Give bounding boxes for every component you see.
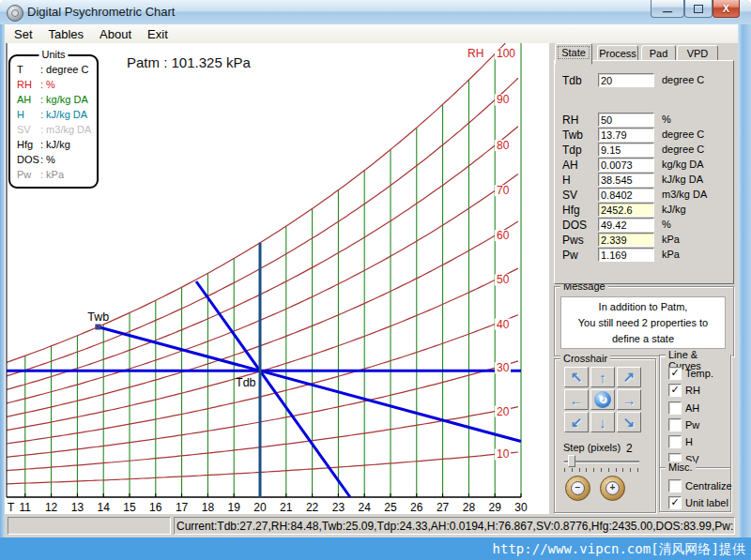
svg-text:27: 27 bbox=[437, 501, 450, 514]
field-input-pw[interactable] bbox=[598, 248, 654, 262]
units-row-unit: : % bbox=[40, 79, 55, 90]
tab-state[interactable]: State bbox=[555, 43, 592, 65]
zoom-in-icon: + bbox=[605, 481, 620, 495]
units-row-unit: : kPa bbox=[40, 169, 64, 180]
slider-tick bbox=[616, 468, 617, 472]
svg-text:21: 21 bbox=[280, 501, 293, 514]
line-curves-checkbox-rh[interactable]: ✓ bbox=[668, 384, 682, 397]
units-legend: Units T: degree CRH: %AH: kg/kg DAH: kJ/… bbox=[8, 54, 99, 189]
line-curves-checkbox-ah[interactable] bbox=[668, 401, 682, 415]
units-row-name: Hfg bbox=[10, 137, 40, 152]
line-curves-checkbox-pw[interactable] bbox=[668, 418, 682, 431]
field-label-ah: AH bbox=[562, 159, 578, 172]
misc-checkbox-centralize[interactable] bbox=[668, 479, 682, 492]
crosshair-group-title: Crosshair bbox=[560, 353, 610, 364]
field-input-ah[interactable] bbox=[598, 158, 654, 172]
maximize-button[interactable] bbox=[684, 0, 713, 18]
watermark-band: http://www.vipcn.com[清风网络]提供 bbox=[0, 537, 751, 560]
field-input-tdp[interactable] bbox=[598, 143, 654, 157]
field-unit-ah: kg/kg DA bbox=[662, 159, 704, 170]
line-curves-label: RH bbox=[685, 385, 700, 396]
pan-right-button[interactable]: → bbox=[617, 389, 641, 410]
menu-item-about[interactable]: About bbox=[93, 24, 138, 41]
units-row-name: AH bbox=[10, 92, 40, 107]
pan-up-button[interactable]: ↑ bbox=[590, 367, 615, 387]
pan-down-button[interactable]: ↓ bbox=[590, 412, 615, 432]
units-row-unit: : % bbox=[40, 154, 55, 165]
misc-checkbox-unit-label[interactable]: ✓ bbox=[668, 496, 682, 509]
field-input-hfg[interactable] bbox=[598, 203, 654, 217]
step-slider[interactable] bbox=[564, 461, 639, 462]
units-row-unit: : kJ/kg DA bbox=[40, 109, 87, 120]
field-input-twb[interactable] bbox=[598, 128, 654, 142]
field-unit-tdp: degree C bbox=[662, 144, 704, 155]
zoom-in-button[interactable]: + bbox=[600, 476, 625, 501]
center-reset-button[interactable]: ↻ bbox=[590, 389, 615, 410]
pan-down-right-button[interactable]: ↘ bbox=[617, 412, 641, 432]
field-input-h[interactable] bbox=[598, 173, 654, 187]
pan-left-button[interactable]: ← bbox=[564, 389, 589, 410]
field-input-sv[interactable] bbox=[598, 188, 654, 202]
field-label-rh: RH bbox=[562, 114, 578, 127]
slider-tick bbox=[572, 468, 573, 472]
field-label-hfg: Hfg bbox=[562, 204, 580, 217]
tab-label: Process bbox=[599, 48, 636, 59]
field-input-rh[interactable] bbox=[598, 113, 654, 127]
zoom-out-icon: − bbox=[571, 481, 585, 495]
misc-row-unit-label: ✓Unit label bbox=[660, 496, 730, 509]
message-group: Message In addition to Patm,You still ne… bbox=[554, 286, 734, 356]
svg-text:20: 20 bbox=[253, 501, 267, 514]
units-row-sv: SV: m3/kg DA bbox=[10, 122, 97, 137]
line-curves-label: Pw bbox=[685, 419, 699, 431]
pan-right-icon: → bbox=[622, 392, 636, 408]
units-row-name: DOS bbox=[10, 152, 40, 167]
units-row-dos: DOS: % bbox=[10, 152, 97, 167]
refresh-globe-icon: ↻ bbox=[594, 391, 611, 408]
field-input-pws[interactable] bbox=[598, 233, 654, 247]
line-curves-label: H bbox=[685, 436, 693, 447]
units-row-pw: Pw: kPa bbox=[10, 167, 97, 182]
line-curves-checkbox-h[interactable] bbox=[668, 435, 682, 448]
line-curves-label: Temp. bbox=[685, 368, 713, 379]
field-label-dos: DOS bbox=[562, 219, 587, 232]
slider-tick bbox=[586, 468, 587, 472]
field-label-sv: SV bbox=[562, 189, 577, 202]
svg-text:28: 28 bbox=[463, 501, 476, 514]
units-row-name: SV bbox=[10, 122, 40, 137]
menu-item-set[interactable]: Set bbox=[8, 24, 39, 41]
menu-item-tables[interactable]: Tables bbox=[42, 24, 91, 41]
status-bar: Current:Tdb:27.27,RH:84.48,Twb:25.09,Tdp… bbox=[5, 514, 738, 537]
svg-text:RH: RH bbox=[467, 47, 483, 60]
svg-text:29: 29 bbox=[489, 501, 502, 514]
client-area: 102030405060708090100RHT1112131415161718… bbox=[5, 43, 738, 514]
app-window: Digital Psychrometric Chart — X SetTable… bbox=[0, 0, 751, 560]
pan-up-left-button[interactable]: ↖ bbox=[564, 367, 589, 387]
field-unit-twb: degree C bbox=[662, 129, 704, 140]
svg-text:T: T bbox=[8, 501, 15, 514]
misc-group: Misc. Centralize✓Unit label bbox=[659, 467, 731, 512]
field-input-tdb[interactable] bbox=[598, 73, 654, 87]
misc-label: Unit label bbox=[685, 497, 728, 508]
title-bar[interactable]: Digital Psychrometric Chart — X bbox=[0, 0, 751, 25]
message-line: You still need 2 properties to bbox=[561, 315, 725, 331]
svg-text:25: 25 bbox=[384, 501, 397, 514]
step-slider-thumb[interactable] bbox=[568, 455, 575, 467]
maximize-icon bbox=[694, 5, 703, 13]
line-curves-row-rh: ✓RH bbox=[660, 384, 730, 397]
units-title: Units bbox=[38, 49, 68, 60]
status-cell-current: Current:Tdb:27.27,RH:84.48,Twb:25.09,Tdp… bbox=[174, 517, 735, 535]
misc-label: Centralize bbox=[685, 480, 732, 492]
pan-down-left-button[interactable]: ↙ bbox=[564, 412, 589, 432]
pan-up-right-button[interactable]: ↗ bbox=[617, 367, 641, 387]
zoom-out-button[interactable]: − bbox=[565, 476, 590, 501]
field-unit-pw: kPa bbox=[662, 249, 680, 260]
line-curves-checkbox-temp-[interactable]: ✓ bbox=[668, 367, 682, 380]
slider-tick bbox=[608, 468, 609, 472]
window-title: Digital Psychrometric Chart bbox=[27, 5, 176, 19]
minimize-button[interactable]: — bbox=[651, 0, 684, 18]
menu-item-exit[interactable]: Exit bbox=[141, 24, 175, 41]
close-button[interactable]: X bbox=[713, 0, 740, 18]
field-input-dos[interactable] bbox=[598, 218, 654, 232]
step-value: 2 bbox=[626, 442, 633, 455]
units-row-hfg: Hfg: kJ/kg bbox=[10, 137, 97, 152]
